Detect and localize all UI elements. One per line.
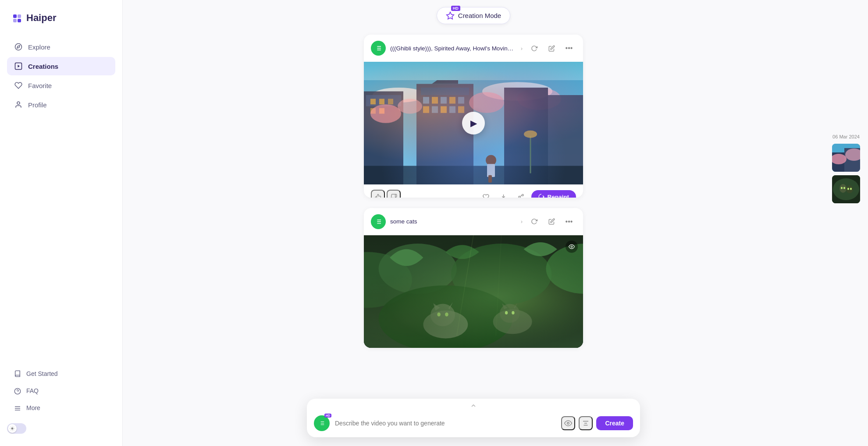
- logo: Haiper: [0, 12, 122, 38]
- card-image-cats[interactable]: [364, 235, 583, 348]
- repaint-button[interactable]: Repaint: [531, 190, 576, 198]
- svg-point-8: [17, 102, 20, 104]
- app-name: Haiper: [26, 12, 56, 24]
- like-button-ghibli[interactable]: [371, 190, 385, 198]
- more-button-cats[interactable]: •••: [562, 215, 576, 229]
- thumbnail-cats[interactable]: [832, 175, 860, 203]
- prompt-bar-inner: HD Create: [307, 411, 640, 437]
- explore-label: Explore: [28, 43, 50, 51]
- cats-scene: [364, 235, 583, 348]
- svg-marker-7: [18, 65, 20, 67]
- toggle-track[interactable]: [7, 423, 26, 434]
- user-icon: [14, 100, 23, 109]
- sidebar-item-creations[interactable]: Creations: [7, 57, 115, 75]
- creations-label: Creations: [28, 63, 58, 70]
- thumb-ghibli-image: [832, 144, 860, 172]
- card-header-cats: some cats › •••: [364, 208, 583, 235]
- heart-button-ghibli[interactable]: [479, 190, 493, 198]
- book-icon: [14, 370, 21, 377]
- prompt-text-cats: some cats: [390, 218, 516, 225]
- svg-rect-3: [18, 19, 21, 22]
- thumbnail-ghibli[interactable]: [832, 144, 860, 172]
- svg-point-119: [843, 187, 845, 189]
- svg-point-120: [847, 188, 849, 190]
- thumb-cats-image: [832, 175, 860, 203]
- vote-buttons: [371, 190, 401, 198]
- heart-icon: [14, 81, 23, 90]
- chevron-right-icon-cats[interactable]: ›: [521, 218, 523, 225]
- refresh-button-cats[interactable]: [527, 215, 541, 229]
- prompt-input[interactable]: [335, 420, 556, 427]
- svg-line-22: [14, 427, 14, 427]
- prompt-right-controls: Create: [561, 416, 633, 430]
- sidebar-item-favorite[interactable]: Favorite: [7, 76, 115, 95]
- menu-icon: [14, 404, 21, 412]
- prompt-text-ghibli: (((Ghibli style))), Spirited Away, Howl'…: [390, 45, 516, 52]
- svg-marker-23: [446, 12, 454, 19]
- prompt-hd-badge: HD: [324, 414, 331, 418]
- right-panel: 06 Mar 2024: [824, 0, 868, 446]
- prompt-avatar-cats: [371, 214, 386, 229]
- creation-card-cats: some cats › •••: [364, 208, 583, 348]
- svg-point-116: [840, 184, 847, 193]
- svg-line-17: [11, 427, 11, 427]
- sidebar-item-faq[interactable]: FAQ: [7, 382, 115, 399]
- svg-point-98: [571, 246, 573, 248]
- creation-card-ghibli: (((Ghibli style))), Spirited Away, Howl'…: [364, 35, 583, 198]
- eye-icon-overlay: [566, 241, 578, 253]
- card-image-ghibli[interactable]: ▶: [364, 62, 583, 184]
- prompt-bar: HD Create: [307, 399, 640, 437]
- date-label: 06 Mar 2024: [832, 134, 860, 139]
- profile-label: Profile: [28, 101, 47, 109]
- card-actions-cats: •••: [527, 215, 576, 229]
- svg-line-69: [520, 197, 522, 198]
- theme-toggle[interactable]: [7, 423, 115, 434]
- chevron-right-icon-ghibli[interactable]: ›: [521, 45, 523, 52]
- vision-button[interactable]: [561, 416, 575, 430]
- settings-button[interactable]: [579, 416, 593, 430]
- svg-rect-1: [18, 14, 21, 18]
- svg-line-70: [520, 195, 522, 196]
- main-content: HD Creation Mode (((Ghibli style))), Spi…: [123, 0, 824, 446]
- download-button-ghibli[interactable]: [496, 190, 510, 198]
- edit-button-ghibli[interactable]: [544, 41, 559, 55]
- svg-marker-5: [17, 46, 20, 48]
- favorite-label: Favorite: [28, 82, 52, 89]
- ghibli-scene: ▶: [364, 62, 583, 184]
- topbar: HD Creation Mode: [123, 0, 824, 28]
- create-button[interactable]: Create: [596, 416, 633, 430]
- dislike-button-ghibli[interactable]: [387, 190, 401, 198]
- svg-point-14: [11, 428, 14, 430]
- card-footer-ghibli: Repaint: [364, 184, 583, 198]
- svg-rect-2: [13, 19, 17, 22]
- faq-label: FAQ: [26, 387, 39, 394]
- more-label: More: [26, 404, 40, 411]
- svg-point-67: [519, 196, 520, 197]
- sidebar-item-profile[interactable]: Profile: [7, 96, 115, 114]
- svg-rect-0: [13, 14, 17, 18]
- sidebar-item-explore[interactable]: Explore: [7, 38, 115, 56]
- edit-button-cats[interactable]: [544, 215, 559, 229]
- repaint-label: Repaint: [547, 194, 569, 198]
- more-button-ghibli[interactable]: •••: [562, 41, 576, 55]
- sidebar: Haiper Explore Creations: [0, 0, 123, 446]
- sidebar-bottom: Get Started FAQ More: [0, 365, 122, 416]
- prompt-avatar-ghibli: [371, 41, 386, 56]
- feed: (((Ghibli style))), Spirited Away, Howl'…: [123, 28, 824, 446]
- creation-mode-label: Creation Mode: [458, 12, 501, 19]
- faq-icon: [14, 387, 21, 394]
- svg-point-105: [567, 422, 569, 425]
- sidebar-item-get-started[interactable]: Get Started: [7, 365, 115, 382]
- card-header-ghibli: (((Ghibli style))), Spirited Away, Howl'…: [364, 35, 583, 62]
- sidebar-item-more[interactable]: More: [7, 400, 115, 416]
- refresh-button-ghibli[interactable]: [527, 41, 541, 55]
- svg-line-21: [11, 430, 11, 430]
- svg-point-4: [15, 44, 22, 50]
- svg-point-118: [841, 187, 843, 189]
- play-button-ghibli[interactable]: ▶: [462, 112, 485, 135]
- footer-right-ghibli: Repaint: [479, 190, 576, 198]
- share-button-ghibli[interactable]: [514, 190, 528, 198]
- creation-mode-button[interactable]: HD Creation Mode: [437, 7, 510, 24]
- collapse-button[interactable]: [307, 399, 640, 411]
- svg-point-117: [846, 185, 853, 193]
